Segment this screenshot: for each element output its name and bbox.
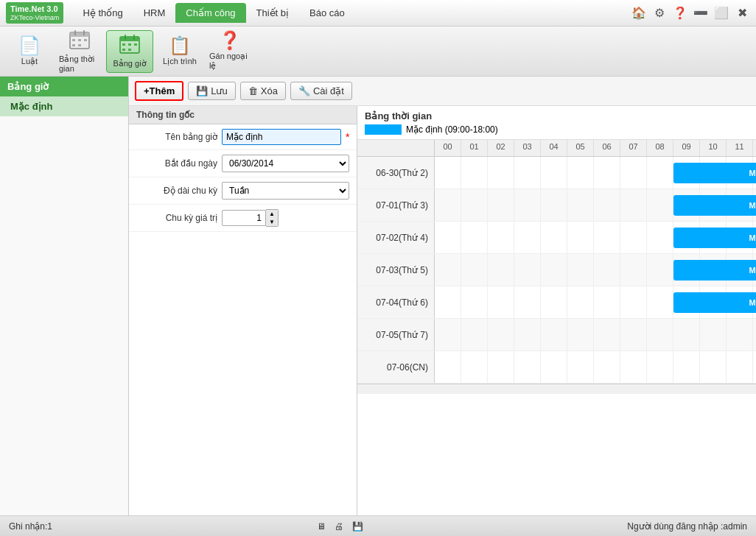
- close-icon[interactable]: ✖: [734, 5, 750, 21]
- chart-title: Bảng thời gian: [365, 110, 749, 121]
- row-cells: Mặc định (09:00-18:00): [435, 189, 756, 221]
- menu-he-thong[interactable]: Hệ thống: [72, 3, 133, 23]
- status-icon-3[interactable]: 💾: [352, 521, 363, 532]
- grid-cell: [541, 351, 567, 383]
- grid-cell: [594, 222, 620, 253]
- shift-bar[interactable]: Mặc định (09:00-18:00): [673, 195, 756, 216]
- hour-cell-06: 06: [594, 140, 620, 156]
- timeline-row: 07-02(Thứ 4)Mặc định (09:00-18:00): [357, 222, 756, 254]
- grid-cell: [488, 286, 514, 318]
- timeline-row: 06-30(Thứ 2)Mặc định (09:00-18:00): [357, 157, 756, 189]
- menu-hrm[interactable]: HRM: [133, 3, 176, 23]
- grid-cell: [567, 157, 594, 188]
- minimize-icon[interactable]: ➖: [693, 5, 709, 21]
- timeline-hscroll[interactable]: [357, 384, 756, 394]
- wrench-icon: 🔧: [298, 85, 310, 96]
- toolbar-btn-luat[interactable]: 📄 Luật: [6, 30, 53, 73]
- grid-cell: [647, 189, 673, 221]
- ten-bang-gio-input[interactable]: [222, 129, 341, 145]
- grid-cell: [647, 319, 673, 350]
- settings-button[interactable]: 🔧 Cài đặt: [290, 82, 352, 100]
- grid-cell: [647, 157, 673, 188]
- svg-rect-6: [84, 39, 87, 41]
- hour-cell-01: 01: [461, 140, 488, 156]
- svg-rect-1: [70, 32, 89, 37]
- save-button[interactable]: 💾 Lưu: [188, 82, 235, 100]
- main-area: Bảng giờ Mặc định + Thêm 💾 Lưu 🗑 Xóa 🔧 C…: [0, 77, 756, 515]
- toolbar-bang-gio-label: Bảng giờ: [113, 59, 146, 68]
- luat-icon: 📄: [18, 37, 41, 54]
- plus-icon: +: [144, 85, 150, 96]
- hscroll-bar[interactable]: [357, 384, 756, 394]
- svg-rect-5: [78, 39, 81, 41]
- delete-button[interactable]: 🗑 Xóa: [240, 82, 286, 100]
- row-cells: Mặc định (09:00-18:00): [435, 286, 756, 318]
- toolbar: 📄 Luật Bảng thời gian: [0, 27, 756, 77]
- grid-cell: [567, 189, 594, 221]
- grid-cell: [647, 351, 673, 383]
- toolbar-btn-gan-ngoai-le[interactable]: ❓ Gán ngoại lệ: [206, 30, 253, 73]
- shift-bar[interactable]: Mặc định (09:00-18:00): [673, 260, 756, 281]
- delete-icon: 🗑: [248, 85, 258, 96]
- shift-bar[interactable]: Mặc định (09:00-18:00): [673, 228, 756, 248]
- row-date-label: 07-04(Thứ 6): [357, 286, 435, 318]
- grid-cell: [435, 319, 461, 350]
- toolbar-btn-bang-gio[interactable]: Bảng giờ: [106, 30, 153, 73]
- toolbar-btn-bang-thoi-gian[interactable]: Bảng thời gian: [56, 30, 103, 73]
- grid-cell: [488, 319, 514, 350]
- spinner-up-button[interactable]: ▲: [266, 210, 278, 218]
- home-icon[interactable]: 🏠: [631, 5, 647, 21]
- menu-bao-cao[interactable]: Báo cáo: [299, 3, 355, 23]
- shift-bar[interactable]: Mặc định (09:00-18:00): [673, 163, 756, 183]
- shift-bar[interactable]: Mặc định (09:00-18:00): [673, 292, 756, 313]
- top-menubar: Time.Net 3.0 ZKTeco-Vietnam Hệ thống HRM…: [0, 0, 756, 27]
- grid-cell: [541, 189, 567, 221]
- timeline-row: 07-06(CN): [357, 351, 756, 384]
- svg-rect-4: [72, 39, 75, 41]
- toolbar-btn-lich-trinh[interactable]: 📋 Lịch trình: [156, 30, 203, 73]
- timeline-container[interactable]: 0001020304050607080910111213141516171819…: [357, 140, 756, 515]
- menu-thiet-bi[interactable]: Thiết bị: [246, 3, 300, 23]
- statusbar-left: Ghi nhận:1: [9, 521, 52, 532]
- add-button[interactable]: + Thêm: [135, 81, 183, 101]
- settings-icon[interactable]: ⚙: [651, 5, 668, 21]
- grid-cell: [514, 351, 541, 383]
- row-date-label: 07-06(CN): [357, 351, 435, 383]
- grid-cell: [461, 351, 488, 383]
- grid-cell: [567, 254, 594, 286]
- grid-cell: [620, 254, 647, 286]
- do-dai-chu-ky-select[interactable]: Tuần: [222, 182, 349, 200]
- grid-cell: [620, 286, 647, 318]
- chart-panel: Bảng thời gian Mặc định (09:00-18:00) 00…: [357, 106, 756, 515]
- grid-cell: [541, 319, 567, 350]
- timeline-row: 07-01(Thứ 3)Mặc định (09:00-18:00): [357, 189, 756, 222]
- form-row-bat-dau-ngay: Bắt đầu ngày 06/30/2014: [129, 150, 357, 177]
- timeline-row: 07-03(Thứ 5)Mặc định (09:00-18:00): [357, 254, 756, 286]
- menu-cham-cong[interactable]: Chấm công: [175, 3, 245, 23]
- grid-cell: [567, 222, 594, 253]
- grid-cell: [514, 189, 541, 221]
- timeline-row-label-header: [357, 140, 435, 156]
- do-dai-chu-ky-label: Độ dài chu kỳ: [136, 186, 217, 196]
- grid-cell: [700, 319, 727, 350]
- row-date-label: 07-01(Thứ 3): [357, 189, 435, 221]
- toolbar-gan-ngoai-le-label: Gán ngoại lệ: [209, 52, 251, 71]
- spinner-down-button[interactable]: ▼: [266, 218, 278, 226]
- timeline-row: 07-05(Thứ 7): [357, 319, 756, 351]
- grid-cell: [541, 157, 567, 188]
- grid-cell: [594, 254, 620, 286]
- status-icon-2[interactable]: 🖨: [335, 521, 343, 532]
- help-icon[interactable]: ❓: [672, 5, 688, 21]
- form-and-chart: Thông tin gốc Tên bảng giờ * Bắt đầu ngà…: [129, 106, 756, 515]
- content-area: + Thêm 💾 Lưu 🗑 Xóa 🔧 Cài đặt Thông tin g…: [129, 77, 756, 515]
- bat-dau-ngay-select[interactable]: 06/30/2014: [222, 155, 349, 172]
- row-cells: [435, 351, 756, 383]
- sidebar-item-mac-dinh[interactable]: Mặc định: [0, 96, 128, 116]
- top-icons: 🏠 ⚙ ❓ ➖ ⬜ ✖: [631, 5, 750, 21]
- spinner-buttons: ▲ ▼: [266, 209, 279, 227]
- grid-cell: [620, 222, 647, 253]
- app-logo: Time.Net 3.0 ZKTeco-Vietnam: [6, 2, 63, 24]
- maximize-icon[interactable]: ⬜: [713, 5, 729, 21]
- status-icon-1[interactable]: 🖥: [317, 521, 326, 532]
- chu-ky-gia-tri-input[interactable]: [222, 210, 266, 226]
